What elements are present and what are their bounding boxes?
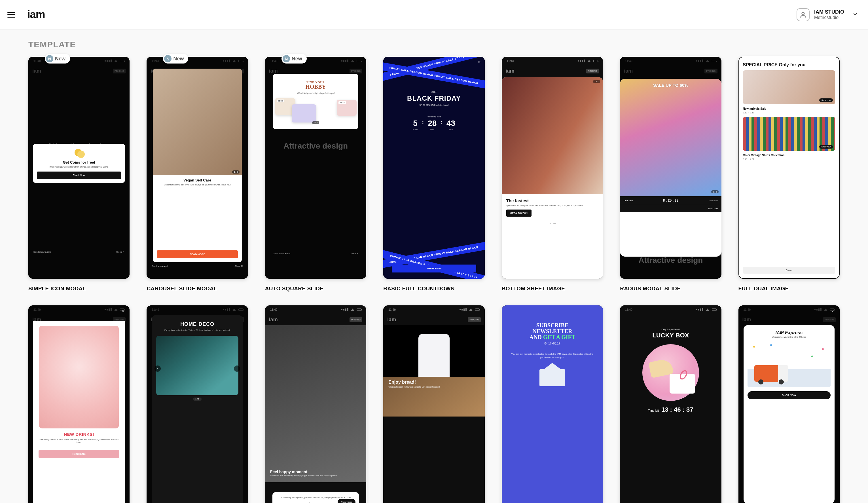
shop-now-button[interactable]: SHOP NOW	[747, 391, 830, 399]
menu-icon[interactable]	[7, 10, 16, 19]
promo-image-2: Show now	[743, 117, 835, 151]
close-button[interactable]: Close ✕	[116, 251, 125, 253]
new-badge: N New	[163, 54, 188, 63]
template-thumb: 11:40 Only 2days Event! LUCKY BOX Time l…	[620, 305, 721, 503]
bg-image	[265, 325, 366, 482]
carousel-modal: 1 / 3 Vegan Self Care Cheer for healthy …	[153, 69, 241, 262]
cd-value: 13 : 46 : 37	[661, 406, 693, 413]
radius-modal: SALE UP TO 60% 1 / 3 Time Left 8 : 25 : …	[620, 79, 721, 257]
phone-logo: iam	[506, 68, 515, 74]
dont-show-toggle[interactable]: Don't show again	[273, 252, 290, 255]
template-title: FULL DUAL IMAGE	[738, 286, 840, 292]
year-label: 2024	[432, 91, 436, 93]
sheet-title: The fastest	[506, 198, 598, 203]
modal-cta[interactable]: Read Now	[37, 172, 121, 179]
cd-mins-label: Mins	[430, 129, 434, 131]
heading-line3b: GET A GIFT	[543, 334, 575, 340]
banner-text: Only 2days Event!	[620, 328, 721, 331]
prev-button[interactable]: ‹	[155, 366, 161, 372]
template-card[interactable]: FRIDAY SALE SEASON BLACK FRIDAY SALE SEA…	[383, 57, 484, 292]
sale-image: SALE UP TO 60% 1 / 3	[620, 79, 721, 196]
heading-line1: SUBSCRIBE	[508, 322, 597, 328]
template-thumb: SPECIAL PRICE Only for you Show now New …	[738, 57, 840, 279]
pagination: 1 / 3	[711, 190, 719, 193]
overlay-title: Enjoy bread!	[388, 380, 440, 385]
date-1: 3.13 ~ 3.18	[743, 111, 835, 114]
round-modal: HOME DECO Put my taste in the interior. …	[152, 315, 242, 503]
phone-logo: iam	[269, 317, 278, 323]
template-card[interactable]: N New 11:40 iam PRICING Attractive desig…	[28, 57, 130, 292]
overlay-title: Feel happy moment	[270, 470, 338, 474]
truck-icon	[754, 365, 788, 382]
overlay-subtitle: Remember your anniversary and enjoy happ…	[270, 475, 338, 477]
template-card[interactable]: 11:40 iamPRICING Attractive design SALE …	[620, 57, 721, 292]
close-button[interactable]: Close ✕	[235, 265, 243, 267]
subheading: UP TO 80% SALE only 24 hours!	[420, 104, 449, 106]
header-left: iam	[7, 9, 45, 21]
template-card[interactable]: 11:40 Only 2days Event! LUCKY BOX Time l…	[620, 305, 721, 503]
later-button[interactable]: LATER	[502, 220, 603, 227]
body-text: You can get marketing strategies through…	[508, 352, 597, 359]
modal-cta[interactable]: READ MORE	[157, 250, 238, 258]
shop-now-button[interactable]: Show now	[819, 99, 833, 102]
close-icon[interactable]: ✕	[831, 309, 834, 313]
close-icon[interactable]: ✕	[122, 309, 124, 313]
modal-subtitle: IAM will find you a hobby that's perfect…	[278, 92, 354, 94]
template-card[interactable]: 11:40 iamPRICING Enjoy bread! Check out …	[383, 305, 484, 503]
status-time: 11:40	[625, 308, 632, 311]
new-badge-label: New	[55, 56, 65, 62]
pagination: 1 / 3	[593, 80, 600, 83]
shop-now-button[interactable]: Show now	[819, 145, 833, 148]
modal-title: HOME DECO	[156, 321, 238, 327]
modal-title: FIND YOUR HOBBY	[278, 81, 354, 89]
template-card[interactable]: N New 11:40 iamPRICING 1 / 3 Vegan Self …	[146, 57, 248, 292]
price-tag: 30,000	[339, 101, 346, 104]
bottom-sheet: 1 / 3 The fastest Sportswear to boost yo…	[502, 77, 603, 279]
shop-now-link[interactable]: Shop now	[708, 207, 718, 210]
coupon-button[interactable]: GET A COUPON	[506, 209, 531, 217]
dont-show-toggle[interactable]: Don't show again	[152, 265, 169, 267]
heading-line2: NEWSLETTER	[508, 328, 597, 334]
pricing-pill: PRICING	[468, 317, 480, 322]
status-time: 11:40	[507, 60, 514, 63]
template-card[interactable]: N New 11:40 iamPRICING Attractive design…	[265, 57, 366, 292]
deco-image: ‹ ›	[156, 336, 238, 395]
cd-hours-label: Hours	[413, 129, 418, 131]
template-card[interactable]: 11:40 iamPRICING HOME DECO Put my taste …	[146, 305, 248, 503]
lucky-box-full: 11:40 Only 2days Event! LUCKY BOX Time l…	[620, 305, 721, 503]
app-logo[interactable]: iam	[27, 9, 45, 21]
template-card[interactable]: 11:40 iamPRICING Feel happy moment Remem…	[265, 305, 366, 503]
carousel-image: 1 / 3	[153, 69, 241, 175]
new-badge-label: New	[292, 56, 302, 62]
template-thumb: 11:40 iamPRICING ✕ NEW DRINKS! Strawberr…	[28, 305, 130, 503]
user-switcher[interactable]: IAM STUDIO Metricstudio	[797, 8, 858, 21]
new-badge: N New	[281, 54, 307, 63]
page-body: TEMPLATE N New 11:40 iam PRICING Attract…	[0, 30, 868, 503]
read-more-button[interactable]: Read more	[39, 450, 119, 458]
section-title: TEMPLATE	[28, 40, 840, 49]
close-button[interactable]: Close	[743, 267, 835, 274]
template-title: SIMPLE ICON MODAL	[28, 286, 130, 292]
sale-title: SALE UP TO 60%	[620, 83, 721, 88]
template-card[interactable]: 11:40 iamPRICING ✕ NEW DRINKS! Strawberr…	[28, 305, 130, 503]
overlay-text: Feel happy moment Remember your annivers…	[270, 470, 338, 477]
modal-subtitle: Put my taste in the interior. Various We…	[156, 329, 238, 331]
show-now-button[interactable]: SHOW NOW	[392, 265, 476, 273]
template-thumb: 11:40 iamPRICING Attractive design FIND …	[265, 57, 366, 279]
template-card[interactable]: 11:40 iamPRICING ✕ IAM Express We guaran…	[738, 305, 840, 503]
close-button[interactable]: Close ✕	[350, 252, 359, 255]
dont-show-toggle[interactable]: Don't show again	[33, 251, 51, 253]
template-card[interactable]: 11:40 iamPRICING 1 / 3 The fastest Sport…	[502, 57, 603, 292]
read-more-button[interactable]: Read more	[338, 499, 356, 503]
template-card[interactable]: SPECIAL PRICE Only for you Show now New …	[738, 57, 840, 292]
modal-subtitle: Strawberry season is back! Sweet strawbe…	[39, 438, 119, 444]
carousel-pagination: 1 / 3	[312, 121, 320, 124]
template-title: BASIC FULL COUNTDOWN	[383, 286, 484, 292]
heading-line3a: AND	[529, 334, 543, 340]
template-thumb: 11:40 iamPRICING HOME DECO Put my taste …	[146, 305, 248, 503]
modal-title: Vegan Self Care	[157, 178, 237, 182]
next-button[interactable]: ›	[234, 366, 240, 372]
title-line1: FIND YOUR	[278, 81, 354, 84]
template-card[interactable]: SUBSCRIBE NEWSLETTER AND GET A GIFT 04.1…	[502, 305, 603, 503]
coins-icon	[74, 149, 84, 157]
